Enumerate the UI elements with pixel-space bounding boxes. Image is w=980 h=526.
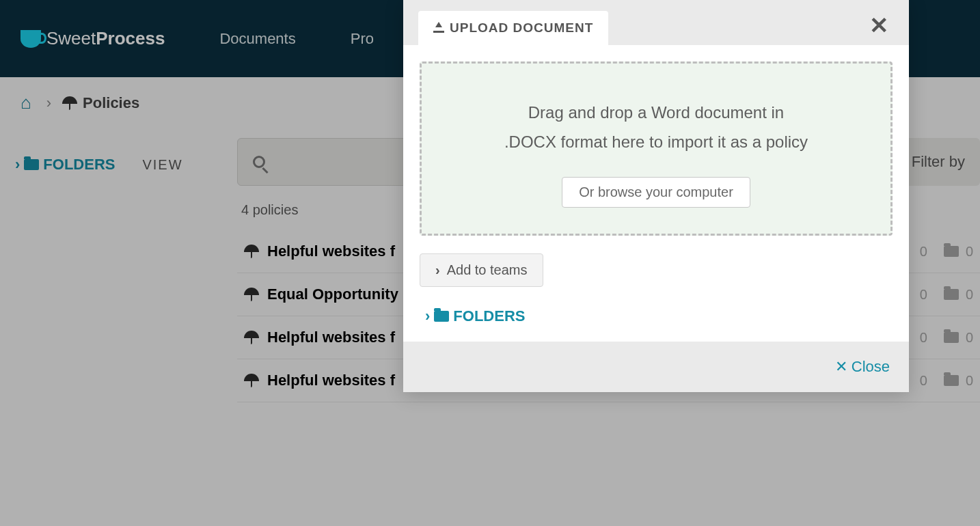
chevron-right-icon: › <box>435 262 440 278</box>
modal-close-button[interactable]: ✕ <box>864 11 894 40</box>
close-icon: ✕ <box>835 358 847 376</box>
upload-icon <box>433 23 444 33</box>
modal-body: Drag and drop a Word document in .DOCX f… <box>403 45 909 342</box>
folder-icon <box>434 311 449 322</box>
add-teams-label: Add to teams <box>447 262 528 278</box>
upload-modal: UPLOAD DOCUMENT ✕ Drag and drop a Word d… <box>403 0 909 392</box>
dropzone-line-2: .DOCX format here to import it as a poli… <box>449 127 863 156</box>
modal-header: UPLOAD DOCUMENT ✕ <box>403 0 909 45</box>
add-to-teams-button[interactable]: › Add to teams <box>420 253 543 287</box>
modal-folders-toggle[interactable]: › FOLDERS <box>425 307 893 325</box>
modal-folders-label: FOLDERS <box>453 307 525 325</box>
close-button[interactable]: ✕ Close <box>835 358 890 376</box>
browse-button[interactable]: Or browse your computer <box>562 177 750 208</box>
close-label: Close <box>852 358 890 376</box>
file-dropzone[interactable]: Drag and drop a Word document in .DOCX f… <box>420 61 893 236</box>
dropzone-line-1: Drag and drop a Word document in <box>449 98 863 127</box>
upload-document-tab[interactable]: UPLOAD DOCUMENT <box>418 11 608 45</box>
chevron-right-icon: › <box>425 307 430 325</box>
modal-footer: ✕ Close <box>403 342 909 392</box>
close-icon: ✕ <box>869 12 888 38</box>
tab-label: UPLOAD DOCUMENT <box>450 20 593 36</box>
